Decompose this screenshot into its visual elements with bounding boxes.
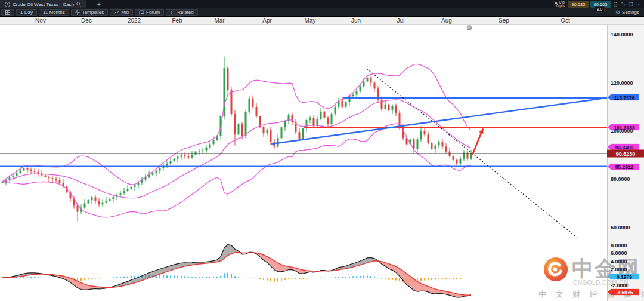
macd-histogram-bar — [435, 278, 436, 280]
month-label-may: May — [305, 17, 316, 24]
candle-body — [113, 197, 114, 199]
drag-handle-icon[interactable]: ⣿ — [612, 2, 618, 7]
macd-histogram-bar — [116, 277, 117, 278]
candle-body — [213, 140, 215, 145]
macd-histogram-bar — [77, 278, 78, 281]
candle-body — [109, 199, 111, 201]
macd-histogram-bar — [127, 276, 128, 278]
candle-body — [292, 115, 293, 122]
candle-body — [20, 170, 21, 173]
macd-histogram-bar — [95, 278, 96, 279]
candle-body — [392, 106, 394, 110]
macd-histogram-bar — [52, 278, 53, 278]
macd-histogram-bar — [306, 278, 307, 279]
candle-body — [242, 124, 243, 136]
macd-histogram-bar — [170, 275, 171, 278]
macd-histogram-bar — [91, 278, 92, 279]
macd-histogram-bar — [377, 278, 379, 278]
macd-histogram-bar — [274, 278, 275, 282]
candle-body — [23, 168, 25, 171]
macd-histogram-bar — [388, 278, 389, 280]
candle-body — [127, 189, 129, 191]
macd-histogram-bar — [220, 276, 221, 278]
macd-histogram-bar — [109, 278, 110, 278]
panel-separator[interactable] — [0, 239, 644, 239]
macd-fill-area — [42, 274, 106, 290]
candle-body — [356, 91, 358, 95]
spread-badge: 8.0 — [595, 6, 605, 13]
settings-label: Settings — [622, 10, 639, 15]
candle-body — [320, 112, 322, 119]
macd-histogram-bar — [242, 278, 243, 278]
macd-fill-area — [378, 261, 467, 297]
candle-body — [209, 144, 211, 147]
restore-window-icon[interactable]: ⤡ — [620, 1, 626, 7]
macd-histogram-bar — [30, 277, 32, 278]
month-label-aug: Aug — [441, 17, 452, 24]
macd-histogram-bar — [177, 276, 178, 278]
candle-body — [413, 139, 415, 149]
popout-window-icon[interactable]: ❐ — [628, 2, 634, 7]
candle-body — [91, 197, 93, 200]
candle-body — [424, 131, 426, 134]
candle-body — [388, 105, 390, 110]
candle-body — [431, 143, 433, 149]
macd-histogram-bar — [267, 278, 268, 281]
macd-histogram-bar — [277, 278, 278, 282]
candle-body — [417, 139, 419, 149]
macd-histogram-bar — [374, 277, 375, 278]
macd-histogram-bar — [317, 278, 318, 278]
candle-body — [460, 159, 462, 164]
event-marker-icon[interactable] — [467, 25, 472, 30]
month-label-apr: Apr — [262, 17, 272, 24]
macd-histogram-bar — [113, 277, 114, 278]
time-axis[interactable]: NovDec2022FebMarAprMayJunJulAugSepOct — [0, 17, 644, 25]
macd-histogram-bar — [98, 278, 100, 278]
macd-histogram-bar — [385, 278, 386, 280]
month-label-jun: Jun — [351, 17, 361, 24]
month-label-sep: Sep — [499, 17, 509, 24]
macd-histogram-bar — [45, 278, 46, 278]
candle-body — [59, 180, 61, 183]
price-chart-canvas[interactable] — [0, 0, 607, 301]
macd-histogram-bar — [55, 278, 57, 278]
macd-histogram-bar — [342, 277, 343, 278]
macd-histogram-bar — [445, 278, 447, 279]
candle-body — [428, 134, 429, 143]
macd-histogram-bar — [181, 276, 182, 278]
candle-body — [435, 145, 436, 149]
month-label-jul: Jul — [397, 17, 405, 24]
macd-histogram-bar — [299, 278, 300, 280]
candle-body — [170, 161, 172, 164]
candle-body — [95, 197, 97, 201]
close-icon[interactable]: × — [636, 2, 642, 7]
candle-body — [449, 152, 451, 156]
candle-body — [123, 191, 125, 193]
macd-histogram-bar — [191, 277, 193, 278]
candle-body — [106, 201, 107, 202]
candle-body — [360, 86, 361, 91]
macd-histogram-bar — [106, 278, 107, 278]
macd-histogram-bar — [324, 278, 325, 278]
candle-body — [191, 155, 193, 158]
candle-body — [30, 170, 32, 171]
macd-histogram-bar — [399, 278, 400, 281]
macd-histogram-bar — [352, 276, 354, 278]
macd-histogram-bar — [456, 278, 457, 280]
candle-body — [270, 130, 272, 142]
macd-histogram-bar — [428, 278, 429, 280]
macd-histogram-bar — [259, 278, 261, 279]
candle-body — [299, 132, 301, 139]
candle-body — [302, 128, 304, 139]
macd-histogram-bar — [331, 278, 332, 278]
candle-body — [120, 193, 122, 195]
candle-body — [252, 99, 254, 107]
macd-histogram-bar — [360, 276, 361, 278]
candle-body — [195, 152, 197, 155]
candle-body — [38, 172, 39, 174]
candle-body — [184, 155, 186, 156]
macd-histogram-bar — [309, 278, 311, 278]
candle-body — [27, 168, 29, 170]
settings-button[interactable]: ⚙ Settings — [615, 10, 639, 16]
price-axis[interactable] — [607, 25, 644, 301]
